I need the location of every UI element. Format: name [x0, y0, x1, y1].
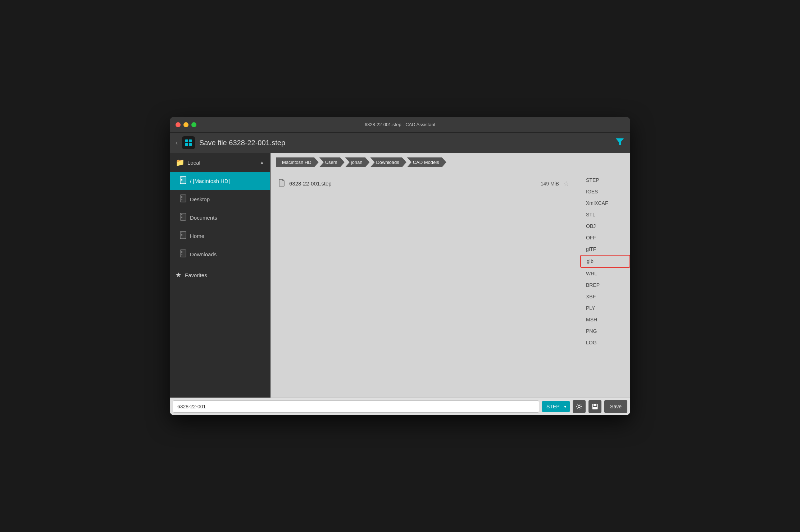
svg-rect-14 [181, 214, 182, 215]
svg-rect-2 [185, 143, 188, 146]
svg-rect-0 [185, 139, 188, 142]
svg-rect-10 [181, 196, 182, 197]
star-icon: ★ [176, 271, 181, 279]
sidebar-item-documents[interactable]: Documents [170, 208, 270, 227]
sidebar-item-label: Documents [190, 215, 217, 221]
svg-rect-15 [181, 216, 182, 216]
sidebar-local-label: Local [187, 160, 200, 166]
minimize-button[interactable] [183, 122, 188, 127]
favorites-label: Favorites [185, 272, 207, 278]
file-list: 6328-22-001.step 149 MiB ☆ [271, 171, 580, 398]
svg-rect-8 [181, 180, 182, 181]
svg-rect-24 [181, 254, 182, 254]
drive-icon [180, 194, 186, 204]
svg-point-25 [578, 405, 580, 408]
filename-input[interactable] [173, 400, 539, 413]
format-item-off[interactable]: OFF [580, 232, 630, 243]
file-icon [278, 179, 285, 188]
dialog-title: Save file 6328-22-001.step [199, 139, 285, 147]
sidebar-item-macintosh-hd[interactable]: / [Macintosh HD] [170, 172, 270, 190]
format-select-wrapper: STEP [542, 401, 570, 412]
bottom-bar: STEP Save [170, 398, 630, 415]
header: ‹ Save file 6328-22-001.step [170, 133, 630, 153]
svg-rect-3 [189, 143, 192, 146]
format-item-ply[interactable]: PLY [580, 302, 630, 314]
save-button[interactable]: Save [604, 400, 627, 413]
svg-rect-17 [180, 231, 186, 239]
format-item-brep[interactable]: BREP [580, 279, 630, 291]
format-item-gltf[interactable]: glTF [580, 243, 630, 255]
save-icon-button[interactable] [588, 400, 601, 413]
svg-rect-22 [181, 251, 182, 252]
window-title: 6328-22-001.step - CAD Assistant [365, 122, 436, 127]
svg-rect-28 [593, 407, 597, 409]
format-list: STEPIGESXmlXCAFSTLOBJOFFglTFglbWRLBREPXB… [580, 171, 630, 398]
format-item-msh[interactable]: MSH [580, 314, 630, 325]
sidebar-favorites[interactable]: ★ Favorites [170, 267, 270, 283]
svg-rect-1 [189, 139, 192, 142]
breadcrumb-item-4[interactable]: CAD Models [407, 157, 446, 167]
settings-button[interactable] [573, 400, 586, 413]
format-item-step[interactable]: STEP [580, 174, 630, 186]
svg-rect-19 [181, 234, 182, 235]
format-item-iges[interactable]: IGES [580, 186, 630, 197]
format-item-png[interactable]: PNG [580, 325, 630, 337]
svg-rect-6 [181, 178, 182, 178]
drive-icon [180, 249, 186, 259]
sidebar-item-downloads[interactable]: Downloads [170, 245, 270, 263]
drive-icon [180, 176, 186, 186]
content-area: 📁 Local ▲ / [Macintosh HD] [170, 153, 630, 398]
file-item[interactable]: 6328-22-001.step 149 MiB ☆ [274, 175, 576, 192]
drive-icon [180, 213, 186, 223]
back-button[interactable]: ‹ [176, 139, 178, 147]
breadcrumb-item-1[interactable]: Users [319, 157, 345, 167]
folder-icon: 📁 [176, 158, 185, 167]
sidebar-item-desktop[interactable]: Desktop [170, 190, 270, 208]
sidebar-item-label: Home [190, 233, 204, 239]
svg-rect-27 [594, 404, 596, 406]
close-button[interactable] [176, 122, 181, 127]
svg-rect-12 [181, 199, 182, 200]
sidebar-item-label: / [Macintosh HD] [190, 178, 230, 184]
svg-rect-16 [181, 217, 182, 218]
sidebar-item-label: Downloads [190, 251, 217, 257]
sidebar-item-home[interactable]: Home [170, 227, 270, 245]
breadcrumb-bar: Macintosh HDUsersjonahDownloadsCAD Model… [271, 153, 630, 171]
format-item-log[interactable]: LOG [580, 337, 630, 348]
sidebar: 📁 Local ▲ / [Macintosh HD] [170, 153, 271, 398]
maximize-button[interactable] [191, 122, 196, 127]
collapse-icon[interactable]: ▲ [259, 160, 264, 165]
svg-rect-13 [180, 213, 186, 220]
file-meta: 149 MiB ☆ [541, 180, 569, 188]
format-item-obj[interactable]: OBJ [580, 220, 630, 232]
svg-rect-21 [180, 250, 186, 257]
format-select[interactable]: STEP [542, 401, 570, 412]
format-item-xbf[interactable]: XBF [580, 291, 630, 302]
svg-rect-5 [180, 176, 186, 184]
main-window: 6328-22-001.step - CAD Assistant ‹ Save … [170, 117, 630, 415]
svg-rect-11 [181, 197, 182, 198]
file-size: 149 MiB [541, 181, 559, 187]
drive-icon [180, 231, 186, 241]
svg-rect-7 [181, 179, 182, 180]
breadcrumb-item-2[interactable]: jonah [345, 157, 370, 167]
sidebar-divider [170, 265, 270, 265]
breadcrumb-item-0[interactable]: Macintosh HD [276, 157, 319, 167]
main-content-row: 6328-22-001.step 149 MiB ☆ STEPIGESXmlXC… [271, 171, 630, 398]
header-left: ‹ Save file 6328-22-001.step [176, 136, 285, 149]
format-item-wrl[interactable]: WRL [580, 268, 630, 279]
format-item-xmlxcaf[interactable]: XmlXCAF [580, 197, 630, 209]
favorite-star-icon[interactable]: ☆ [563, 180, 569, 188]
file-name: 6328-22-001.step [289, 180, 536, 187]
title-bar: 6328-22-001.step - CAD Assistant [170, 117, 630, 133]
main-area: Macintosh HDUsersjonahDownloadsCAD Model… [271, 153, 630, 398]
breadcrumb-item-3[interactable]: Downloads [370, 157, 406, 167]
format-item-glb[interactable]: glb [580, 255, 630, 268]
svg-rect-9 [180, 195, 186, 202]
sidebar-local-section: 📁 Local ▲ [170, 153, 270, 172]
traffic-lights [176, 122, 196, 127]
svg-marker-4 [616, 138, 624, 145]
format-item-stl[interactable]: STL [580, 209, 630, 220]
filter-button[interactable] [615, 137, 624, 148]
svg-rect-18 [181, 233, 182, 233]
